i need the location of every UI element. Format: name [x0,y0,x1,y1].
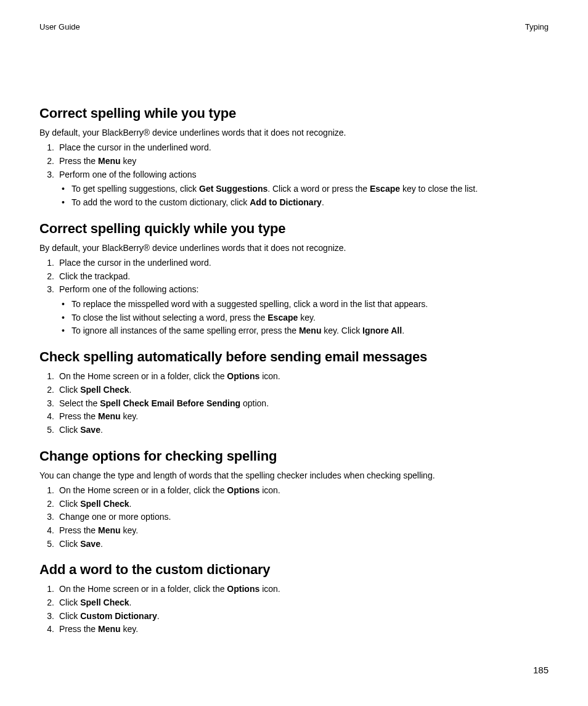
text: To close the list without selecting a wo… [71,313,267,322]
bold-text: Escape [267,313,298,322]
section-title: Add a word to the custom dictionary [39,562,549,578]
text: Change one or more options. [59,512,171,522]
bold-text: Spell Check [80,597,129,607]
step-item: On the Home screen or in a folder, click… [39,484,549,498]
bold-text: Menu [98,156,121,166]
step-item: Press the Menu key. [39,524,549,538]
text: Select the [59,398,100,408]
text: . [129,385,132,395]
bold-text: Menu [98,624,121,634]
text: To ignore all instances of the same spel… [71,326,299,335]
text: To replace the misspelled word with a su… [71,299,428,309]
step-list: On the Home screen or in a folder, click… [39,583,549,636]
step-list: Place the cursor in the underlined word.… [39,257,549,338]
document-page: User Guide Typing Correct spelling while… [0,0,588,706]
text: Click the trackpad. [59,271,130,281]
text: . [100,539,103,549]
text: On the Home screen or in a folder, click… [59,485,227,495]
step-item: On the Home screen or in a folder, click… [39,583,549,596]
step-item: Place the cursor in the underlined word. [39,141,549,155]
step-item: Click Spell Check. [39,596,549,610]
sub-list: To replace the misspelled word with a su… [59,298,549,338]
step-item: Perform one of the following actionsTo g… [39,168,549,210]
text: Click [59,385,80,395]
text: . Click a word or press the [267,184,370,194]
bold-text: Options [227,485,259,495]
text: On the Home screen or in a folder, click… [59,371,227,381]
header-left: User Guide [39,22,80,31]
step-item: Click Save. [39,424,549,437]
text: . [100,425,103,435]
step-item: Place the cursor in the underlined word. [39,257,549,270]
text: icon. [259,371,280,381]
step-item: Click Spell Check. [39,384,549,397]
bold-text: Get Suggestions [199,184,267,194]
step-item: Press the Menu key [39,155,549,168]
section-intro: By default, your BlackBerry® device unde… [39,126,549,139]
step-item: Press the Menu key. [39,623,549,636]
section-title: Correct spelling while you type [39,105,549,121]
sub-item: To add the word to the custom dictionary… [59,196,549,210]
bold-text: Spell Check Email Before Sending [100,398,240,408]
bold-text: Menu [299,326,322,335]
text: Click [59,499,80,509]
step-item: Change one or more options. [39,511,549,524]
sub-item: To close the list without selecting a wo… [59,311,549,325]
step-list: On the Home screen or in a folder, click… [39,484,549,551]
text: Place the cursor in the underlined word. [59,258,211,268]
text: key. [121,525,139,535]
bold-text: Options [227,584,259,594]
step-item: Click Custom Dictionary. [39,610,549,623]
text: . [129,597,132,607]
section-title: Check spelling automatically before send… [39,349,549,365]
sub-list: To get spelling suggestions, click Get S… [59,183,549,209]
bold-text: Escape [370,184,400,194]
text: To get spelling suggestions, click [71,184,199,194]
text: Press the [59,624,98,634]
bold-text: Custom Dictionary [80,611,157,621]
section-title: Correct spelling quickly while you type [39,221,549,237]
text: Place the cursor in the underlined word. [59,142,211,152]
bold-text: Spell Check [80,385,129,395]
text: icon. [259,584,280,594]
section-title: Change options for checking spelling [39,448,549,464]
sub-item: To replace the misspelled word with a su… [59,298,549,311]
text: . [157,611,160,621]
bold-text: Menu [98,525,121,535]
step-item: Perform one of the following actions:To … [39,283,549,338]
text: Click [59,611,80,621]
text: icon. [259,485,280,495]
text: . [129,499,132,509]
section-intro: By default, your BlackBerry® device unde… [39,242,549,254]
text: Press the [59,156,98,166]
step-item: Click Spell Check. [39,498,549,511]
sub-item: To ignore all instances of the same spel… [59,324,549,338]
text: Click [59,539,80,549]
step-item: On the Home screen or in a folder, click… [39,370,549,384]
step-item: Select the Spell Check Email Before Send… [39,397,549,411]
text: Perform one of the following actions: [59,284,198,294]
step-list: Place the cursor in the underlined word.… [39,141,549,209]
step-list: On the Home screen or in a folder, click… [39,370,549,437]
section-intro: You can change the type and length of wo… [39,469,549,482]
text: . [322,197,324,207]
text: key. Click [321,326,362,335]
page-header: User Guide Typing [39,22,549,31]
text: Press the [59,525,98,535]
page-number: 185 [533,665,549,675]
bold-text: Ignore All [362,326,402,335]
page-content: Correct spelling while you typeBy defaul… [39,105,549,636]
sub-item: To get spelling suggestions, click Get S… [59,183,549,196]
text: Perform one of the following actions [59,170,197,179]
text: On the Home screen or in a folder, click… [59,584,227,594]
text: To add the word to the custom dictionary… [71,197,250,207]
text: . [402,326,404,335]
text: Click [59,425,80,435]
bold-text: Spell Check [80,499,129,509]
text: key [121,156,137,166]
step-item: Click the trackpad. [39,270,549,284]
text: Click [59,597,80,607]
bold-text: Options [227,371,259,381]
bold-text: Menu [98,411,121,421]
text: key. [121,624,139,634]
